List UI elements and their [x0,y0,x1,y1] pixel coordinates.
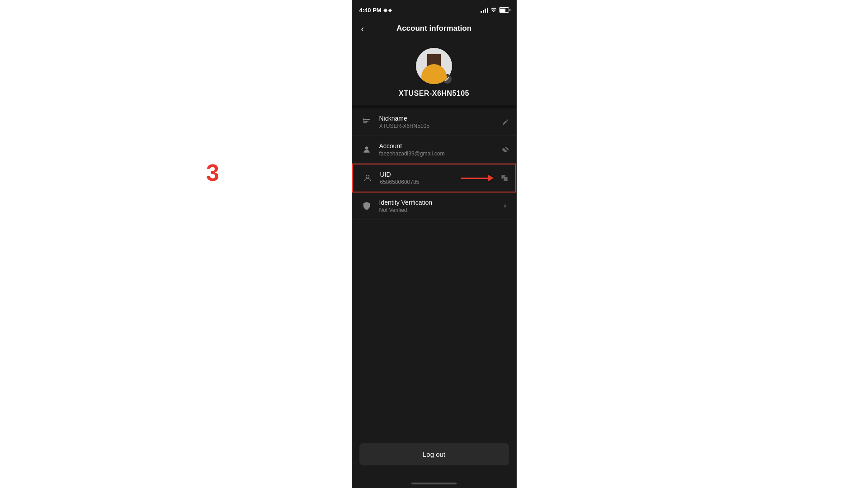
signal-bar-1 [481,11,482,13]
step-annotation: 3 [206,159,219,186]
account-content: Account faezehazadi99@gmail.com [379,142,502,157]
identity-chevron-icon [502,202,509,210]
svg-rect-1 [363,121,368,122]
battery-fill [500,9,505,12]
logout-button[interactable]: Log out [359,443,509,465]
home-indicator [411,483,457,484]
arrow-annotation [461,175,494,181]
nickname-icon [359,115,374,129]
section-divider [352,105,516,108]
identity-value: Not Verified [379,207,502,213]
uid-content: UID 6586580600785 [380,171,465,185]
list-item-account[interactable]: Account faezehazadi99@gmail.com [352,136,516,164]
uid-icon [360,171,375,185]
svg-point-5 [366,175,369,178]
phone-frame: 4:40 PM ◉ ◈ [352,0,517,488]
username-text: XTUSER-X6HN5105 [399,89,469,98]
svg-rect-6 [504,177,508,181]
account-icon [359,142,374,157]
uid-copy-icon [501,174,508,182]
header-title: Account information [396,23,472,33]
battery-icon [499,7,509,13]
list-item-identity[interactable]: Identity Verification Not Verified [352,192,516,220]
status-bar: 4:40 PM ◉ ◈ [352,0,516,20]
time-text: 4:40 PM [359,7,382,14]
nickname-value: XTUSER-X6HN5105 [379,123,502,129]
account-eye-icon [502,146,509,153]
uid-label: UID [380,171,465,178]
identity-icon [359,199,374,213]
signal-bar-3 [485,9,486,13]
signal-bar-2 [483,10,484,13]
avatar-body [421,64,447,84]
status-icons: ◉ ◈ [383,8,392,13]
arrow-line [461,178,488,179]
list-item-nickname[interactable]: Nickname XTUSER-X6HN5105 [352,108,516,136]
status-right [481,7,509,14]
list-item-uid[interactable]: UID 6586580600785 [352,164,516,192]
wifi-icon [491,7,497,14]
logout-section: Log out [352,443,516,465]
nickname-edit-icon [502,118,509,126]
avatar-wrapper [416,48,452,84]
back-button[interactable]: ‹ [359,22,366,36]
account-label: Account [379,142,502,150]
signal-bars [481,7,488,13]
identity-label: Identity Verification [379,199,502,206]
status-time: 4:40 PM ◉ ◈ [359,7,392,14]
uid-value: 6586580600785 [380,179,465,185]
svg-point-4 [365,146,368,150]
svg-rect-3 [363,118,364,121]
signal-bar-4 [487,8,488,13]
svg-rect-2 [363,122,367,123]
nickname-content: Nickname XTUSER-X6HN5105 [379,115,502,129]
identity-content: Identity Verification Not Verified [379,199,502,213]
app-header: ‹ Account information [352,20,516,39]
nickname-label: Nickname [379,115,502,122]
arrow-head [488,175,494,181]
list-section: Nickname XTUSER-X6HN5105 [352,108,516,220]
avatar-section: XTUSER-X6HN5105 [352,39,516,105]
page-wrapper: 3 4:40 PM ◉ ◈ [0,0,868,488]
account-value: faezehazadi99@gmail.com [379,150,502,157]
